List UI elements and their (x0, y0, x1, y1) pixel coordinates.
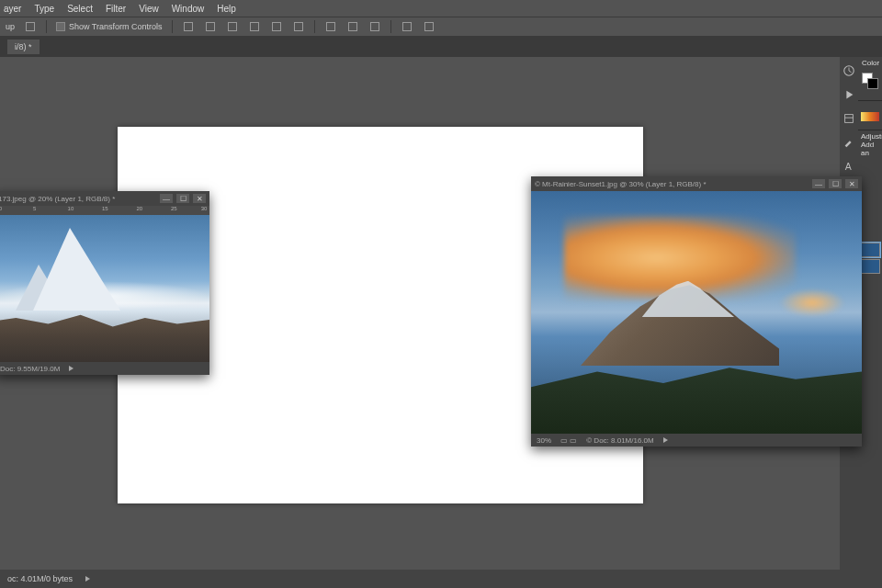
status-menu-icon[interactable] (69, 366, 74, 371)
group-dropdown[interactable]: up (6, 22, 15, 31)
ruler-tick: 5 (33, 206, 36, 211)
mountain-peak-image (0, 215, 209, 362)
distribute-h-icon[interactable] (324, 20, 337, 33)
window1-titlebar[interactable]: 173.jpeg @ 20% (Layer 1, RGB/8) * — ☐ ✕ (0, 191, 209, 206)
mask-mode-icon[interactable] (423, 20, 435, 33)
layer-thumb-1[interactable] (860, 243, 880, 257)
window2-doc-size: © Doc: 8.01M/16.0M (586, 436, 653, 445)
ruler-tick: 0 (0, 206, 2, 211)
status-menu-icon[interactable] (663, 437, 668, 443)
distribute-v-icon[interactable] (346, 20, 359, 33)
adjustments-panel[interactable]: Adjustm Add an (858, 130, 882, 159)
window2-image[interactable] (531, 191, 862, 434)
menu-filter[interactable]: Filter (106, 4, 126, 14)
menu-view[interactable]: View (139, 4, 159, 14)
align-bottom-icon[interactable] (292, 20, 305, 33)
layer-thumb-2[interactable] (860, 259, 880, 274)
gradient-strip[interactable] (861, 112, 879, 121)
history-icon[interactable] (842, 64, 855, 77)
window1-title: 173.jpeg @ 20% (Layer 1, RGB/8) * (0, 195, 115, 203)
menu-window[interactable]: Window (172, 4, 205, 14)
type-icon[interactable]: A (842, 160, 855, 173)
align-top-icon[interactable] (248, 20, 261, 33)
ruler-tick: 20 (136, 206, 142, 211)
ruler-tick: 30 (201, 206, 208, 211)
play-icon[interactable] (842, 88, 855, 101)
menu-type[interactable]: Type (34, 4, 54, 14)
align-right-icon[interactable] (226, 20, 239, 33)
icon-drop-arrow[interactable] (24, 20, 37, 33)
align-left-icon[interactable] (182, 20, 195, 33)
sunset-mountain-image (531, 191, 862, 434)
show-transform-checkbox[interactable]: Show Transform Controls (56, 22, 163, 31)
align-center-h-icon[interactable] (204, 20, 217, 33)
maximize-button[interactable]: ☐ (176, 194, 189, 203)
window1-image[interactable] (0, 215, 209, 362)
floating-window-2[interactable]: © Mt-Rainier-Sunset1.jpg @ 30% (Layer 1,… (531, 176, 862, 447)
status-menu-icon[interactable] (85, 576, 90, 582)
menu-help[interactable]: Help (217, 4, 236, 14)
close-button[interactable]: ✕ (193, 194, 206, 203)
svg-rect-1 (845, 115, 854, 123)
swatches-panel[interactable] (858, 101, 882, 130)
show-transform-label: Show Transform Controls (69, 22, 163, 31)
separator (314, 20, 315, 33)
menu-layer[interactable]: ayer (4, 4, 21, 14)
menu-select[interactable]: Select (67, 4, 93, 14)
brush-icon[interactable] (842, 136, 855, 149)
distribute-spacing-icon[interactable] (368, 20, 381, 33)
floating-window-1[interactable]: 173.jpeg @ 20% (Layer 1, RGB/8) * — ☐ ✕ … (0, 191, 209, 375)
minimize-button[interactable]: — (812, 179, 825, 188)
maximize-button[interactable]: ☐ (829, 179, 842, 188)
3d-mode-icon[interactable] (401, 20, 413, 33)
workspace: A Color Adjustm Add an 173.jpeg @ 20% (L… (0, 57, 882, 570)
background-swatch[interactable] (867, 78, 878, 89)
color-swatches[interactable] (862, 73, 878, 89)
ruler-tick: 10 (68, 206, 74, 211)
checkbox-icon (56, 22, 65, 31)
window2-statusbar: 30% ▭ ▭ © Doc: 8.01M/16.0M (531, 434, 862, 447)
separator (172, 20, 173, 33)
window2-titlebar[interactable]: © Mt-Rainier-Sunset1.jpg @ 30% (Layer 1,… (531, 176, 862, 191)
menu-bar: ayer Type Select Filter View Window Help (0, 0, 882, 17)
color-panel[interactable]: Color (858, 57, 882, 101)
window1-statusbar: Doc: 9.55M/19.0M (0, 362, 209, 375)
window2-title: © Mt-Rainier-Sunset1.jpg @ 30% (Layer 1,… (535, 180, 707, 188)
adjustments-subtitle: Add an (861, 141, 879, 157)
svg-text:A: A (845, 161, 852, 172)
options-bar: up Show Transform Controls (0, 17, 882, 37)
ruler-tick: 25 (171, 206, 177, 211)
separator (390, 20, 391, 33)
window2-zoom[interactable]: 30% (537, 436, 551, 445)
color-panel-tab[interactable]: Color (858, 57, 882, 69)
separator (46, 20, 47, 33)
properties-icon[interactable] (842, 112, 855, 125)
window2-arrange-icons[interactable]: ▭ ▭ (560, 436, 577, 445)
close-button[interactable]: ✕ (845, 179, 858, 188)
window1-doc-size: Doc: 9.55M/19.0M (0, 365, 60, 373)
document-tab[interactable]: i/8) * (7, 40, 40, 54)
minimize-button[interactable]: — (160, 194, 173, 203)
ruler-horizontal: 0 5 10 15 20 25 30 (0, 206, 209, 215)
main-statusbar: oc: 4.01M/0 bytes (0, 570, 882, 588)
align-center-v-icon[interactable] (270, 20, 283, 33)
adjustments-tab[interactable]: Adjustm (861, 132, 879, 141)
ruler-tick: 15 (102, 206, 108, 211)
document-tab-bar: i/8) * (0, 37, 882, 57)
main-doc-size: oc: 4.01M/0 bytes (7, 574, 73, 583)
